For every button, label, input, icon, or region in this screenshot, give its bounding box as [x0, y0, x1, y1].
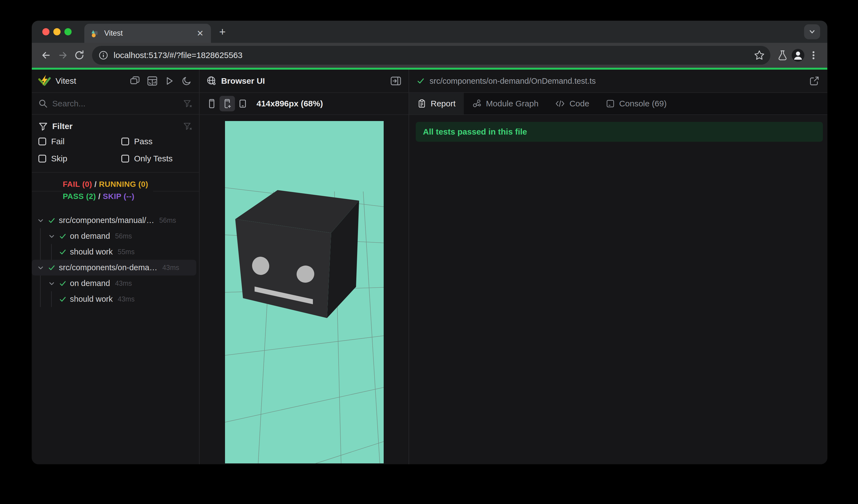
back-arrow-icon — [41, 50, 52, 61]
duration: 43ms — [118, 295, 134, 303]
indent-guide — [51, 291, 52, 307]
filter-title: Filter — [52, 121, 73, 131]
test-suite-row[interactable]: on demand 56ms — [32, 228, 199, 244]
indent-guide — [51, 244, 52, 260]
filter-option-only-tests[interactable]: Only Tests — [121, 152, 192, 165]
experiments-button[interactable] — [775, 48, 790, 63]
open-in-editor-button[interactable] — [809, 75, 820, 87]
clear-filter-icon[interactable] — [183, 121, 192, 131]
duration: 56ms — [159, 216, 176, 224]
tab-search-button[interactable] — [804, 24, 820, 39]
search-icon — [38, 99, 48, 108]
sidebar-actions — [129, 75, 193, 87]
preview-area — [200, 115, 409, 464]
url-input[interactable] — [114, 51, 751, 60]
dark-mode-toggle[interactable] — [180, 75, 193, 87]
profile-button[interactable] — [790, 48, 806, 63]
report-panel: src/components/on-demand/OnDemand.test.t… — [409, 70, 827, 464]
viewport-size-label: 414x896px (68%) — [256, 99, 323, 108]
chevron-down-icon[interactable] — [35, 215, 46, 226]
flask-icon — [777, 49, 788, 61]
test-case-row[interactable]: should work 55ms — [32, 244, 199, 260]
address-bar[interactable] — [92, 46, 770, 65]
preview-title: Browser UI — [221, 76, 265, 86]
collapse-panels-button[interactable] — [129, 75, 142, 87]
checkbox[interactable] — [38, 155, 46, 162]
run-all-button[interactable] — [163, 75, 176, 87]
robot-cube — [235, 190, 359, 318]
duration: 43ms — [115, 279, 132, 287]
panel-right-icon — [390, 75, 402, 87]
reload-icon — [74, 50, 85, 61]
maximize-window-button[interactable] — [64, 28, 72, 35]
test-suite-row[interactable]: on demand 43ms — [32, 276, 199, 291]
vitest-favicon-icon — [90, 29, 99, 38]
skip-count: SKIP (--) — [103, 192, 134, 200]
filter-option-pass[interactable]: Pass — [121, 135, 192, 148]
tab-code[interactable]: Code — [547, 93, 598, 114]
checkbox[interactable] — [121, 155, 129, 162]
test-file-row-selected[interactable]: src/components/on-dema… 43ms — [32, 260, 196, 276]
phone-icon — [206, 98, 217, 109]
pass-check-icon — [57, 246, 68, 258]
phone-plus-icon — [222, 98, 233, 109]
window-controls — [32, 28, 72, 35]
vitest-ui: Vitest — [32, 70, 827, 464]
browser-toolbar — [32, 43, 827, 68]
sidebar-header: Vitest — [32, 70, 199, 93]
minimize-window-button[interactable] — [53, 28, 61, 35]
play-icon — [164, 76, 175, 86]
avatar-icon — [791, 48, 805, 62]
search-input[interactable] — [52, 99, 183, 108]
bookmark-button[interactable] — [751, 48, 767, 63]
tab-console[interactable]: Console (69) — [598, 93, 675, 114]
clear-filter-icon[interactable] — [183, 99, 192, 108]
filter-option-skip[interactable]: Skip — [38, 152, 121, 165]
report-content: All tests passed in this file — [409, 115, 827, 464]
browser-tab[interactable]: Vitest ✕ — [84, 24, 211, 43]
browser-menu-button[interactable] — [806, 48, 821, 63]
tab-module-graph[interactable]: Module Graph — [464, 93, 547, 114]
star-icon — [754, 50, 765, 61]
new-tab-button[interactable]: + — [219, 26, 225, 38]
pass-check-icon — [57, 231, 68, 242]
module-graph-icon — [472, 99, 481, 108]
windows-icon — [130, 76, 141, 86]
tab-close-icon[interactable]: ✕ — [195, 29, 205, 38]
test-file-row[interactable]: src/components/manual/… 56ms — [32, 212, 199, 228]
chevron-down-icon[interactable] — [46, 231, 57, 242]
app-viewport[interactable] — [225, 121, 384, 464]
filter-panel: Filter Fail Pass Skip — [32, 115, 199, 173]
device-tablet-button[interactable] — [235, 96, 251, 111]
test-tree: src/components/manual/… 56ms on demand 5… — [32, 209, 199, 464]
open-panel-button[interactable] — [390, 75, 402, 87]
app-title: Vitest — [55, 76, 76, 86]
close-window-button[interactable] — [42, 28, 49, 35]
test-case-row[interactable]: should work 43ms — [32, 291, 199, 307]
site-info-icon[interactable] — [98, 50, 109, 61]
fail-count: FAIL (0) — [63, 180, 92, 189]
chevron-down-icon[interactable] — [46, 278, 57, 289]
device-phone-add-button[interactable] — [220, 96, 235, 111]
report-tabs: Report Module Graph Code Console (69) — [409, 93, 827, 115]
dashboard-button[interactable] — [146, 75, 159, 87]
filter-option-fail[interactable]: Fail — [38, 135, 121, 148]
reload-button[interactable] — [71, 47, 88, 64]
back-button[interactable] — [38, 47, 54, 64]
tab-report[interactable]: Report — [409, 93, 464, 114]
test-file-path: src/components/on-demand/OnDemand.test.t… — [430, 77, 596, 86]
indent-guide — [40, 228, 41, 260]
chevron-down-icon[interactable] — [35, 262, 46, 273]
moon-icon — [181, 76, 192, 86]
device-phone-button[interactable] — [204, 96, 220, 111]
console-icon — [606, 99, 615, 108]
forward-button[interactable] — [54, 47, 71, 64]
pass-check-icon — [416, 77, 425, 85]
test-progress-bar — [32, 68, 827, 70]
checkbox[interactable] — [38, 137, 46, 145]
vitest-logo-icon — [38, 74, 51, 87]
checkbox[interactable] — [121, 137, 129, 145]
browser-preview-panel: Browser UI 414x896px (68%) — [200, 70, 409, 464]
all-passed-banner: All tests passed in this file — [416, 122, 823, 142]
duration: 56ms — [115, 232, 132, 240]
